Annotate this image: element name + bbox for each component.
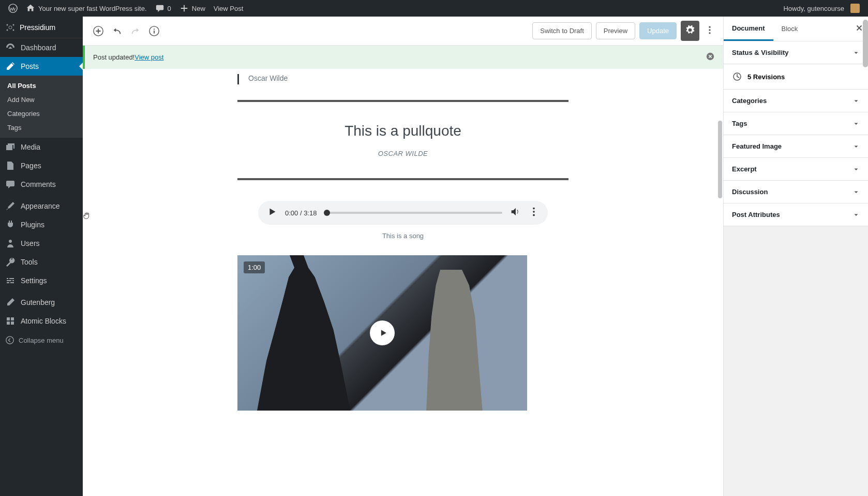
menu-dashboard[interactable]: Dashboard	[0, 38, 83, 57]
svg-point-1	[9, 26, 12, 29]
video-thumbnail	[257, 255, 350, 411]
new-label: New	[192, 5, 205, 12]
switch-to-draft-button[interactable]: Switch to Draft	[532, 22, 592, 39]
settings-button[interactable]	[681, 21, 699, 41]
panel-revisions[interactable]: 5 Revisions	[724, 64, 868, 90]
editor-canvas[interactable]: Oscar Wilde This is a pullquote OSCAR WI…	[83, 69, 723, 496]
panel-excerpt[interactable]: Excerpt	[724, 158, 868, 181]
audio-scrubber[interactable]	[324, 210, 330, 216]
panel-featured-image[interactable]: Featured Image	[724, 135, 868, 158]
svg-point-2	[7, 24, 8, 25]
notice-link[interactable]: View post	[134, 53, 163, 61]
panel-discussion[interactable]: Discussion	[724, 181, 868, 203]
posts-submenu: All Posts Add New Categories Tags	[0, 76, 83, 138]
sub-add-new[interactable]: Add New	[0, 93, 83, 107]
menu-media[interactable]: Media	[0, 138, 83, 156]
video-thumbnail	[418, 270, 491, 411]
audio-caption: This is a song	[237, 232, 568, 240]
svg-point-6	[9, 240, 12, 243]
undo-button[interactable]	[108, 22, 126, 40]
svg-rect-8	[11, 317, 14, 320]
pullquote-text: This is a pullquote	[237, 123, 568, 139]
tab-block[interactable]: Block	[773, 17, 806, 41]
audio-player[interactable]: 0:00 / 3:18	[258, 201, 548, 225]
menu-plugins[interactable]: Plugins	[0, 215, 83, 234]
svg-rect-7	[7, 317, 10, 320]
panel-categories[interactable]: Categories	[724, 90, 868, 112]
svg-point-5	[13, 29, 14, 31]
admin-sidebar: Pressidium Dashboard Posts All Posts Add…	[0, 17, 83, 496]
svg-point-4	[7, 29, 8, 31]
notice-bar: Post updated! View post	[83, 46, 723, 69]
panel-status-visibility[interactable]: Status & Visibility	[724, 41, 868, 64]
svg-point-20	[533, 208, 535, 210]
sub-all-posts[interactable]: All Posts	[0, 79, 83, 93]
panel-tags[interactable]: Tags	[724, 112, 868, 135]
notice-close-button[interactable]	[706, 52, 715, 63]
scrollbar-thumb[interactable]	[718, 121, 722, 198]
editor-toolbar: Switch to Draft Preview Update	[83, 17, 723, 46]
new-link[interactable]: New	[175, 4, 209, 13]
video-play-button[interactable]	[370, 320, 395, 345]
menu-comments[interactable]: Comments	[0, 175, 83, 194]
sub-tags[interactable]: Tags	[0, 121, 83, 135]
svg-point-16	[709, 26, 710, 27]
quote-block[interactable]: Oscar Wilde	[237, 74, 568, 84]
svg-point-17	[709, 29, 710, 31]
svg-rect-9	[7, 322, 10, 325]
svg-point-18	[709, 32, 710, 34]
audio-track[interactable]	[324, 212, 502, 214]
site-link[interactable]: Your new super fast WordPress site.	[22, 4, 151, 13]
menu-posts[interactable]: Posts	[0, 57, 83, 76]
svg-point-3	[13, 24, 14, 25]
info-button[interactable]	[145, 22, 163, 40]
inspector-scrollbar[interactable]	[863, 20, 868, 67]
menu-pages[interactable]: Pages	[0, 156, 83, 175]
quote-cite: Oscar Wilde	[248, 74, 568, 82]
admin-bar: Your new super fast WordPress site. 0 Ne…	[0, 0, 868, 17]
inspector-tabs: Document Block	[724, 17, 868, 41]
comments-count: 0	[168, 5, 171, 12]
inspector: Document Block Status & Visibility 5 Rev…	[723, 17, 868, 496]
svg-point-11	[6, 337, 13, 344]
wp-logo[interactable]	[4, 4, 22, 13]
svg-point-21	[533, 211, 535, 213]
more-options-button[interactable]	[702, 21, 717, 41]
view-post-link[interactable]: View Post	[209, 5, 248, 12]
volume-icon[interactable]	[510, 206, 521, 220]
brand[interactable]: Pressidium	[0, 17, 83, 38]
menu-tools[interactable]: Tools	[0, 253, 83, 271]
editor: Switch to Draft Preview Update Post upda…	[83, 17, 723, 496]
video-block[interactable]: 1:00	[237, 255, 527, 411]
svg-point-22	[533, 214, 535, 216]
audio-more-icon[interactable]	[528, 206, 540, 220]
pullquote-block[interactable]: This is a pullquote OSCAR WILDE	[237, 100, 568, 180]
site-name: Your new super fast WordPress site.	[38, 5, 147, 12]
svg-rect-15	[154, 31, 155, 34]
sub-categories[interactable]: Categories	[0, 107, 83, 121]
audio-time: 0:00 / 3:18	[285, 209, 317, 217]
video-duration-badge: 1:00	[244, 261, 265, 273]
avatar	[850, 4, 860, 13]
svg-rect-10	[11, 322, 14, 325]
pullquote-cite: OSCAR WILDE	[237, 150, 568, 157]
menu-atomic-blocks[interactable]: Atomic Blocks	[0, 312, 83, 330]
comments-link[interactable]: 0	[151, 4, 175, 13]
add-block-button[interactable]	[89, 22, 108, 40]
menu-settings[interactable]: Settings	[0, 271, 83, 290]
update-button[interactable]: Update	[639, 22, 677, 39]
collapse-menu[interactable]: Collapse menu	[0, 330, 83, 350]
svg-point-14	[154, 28, 155, 30]
howdy[interactable]: Howdy, gutencourse	[779, 4, 864, 13]
tab-document[interactable]: Document	[724, 17, 773, 41]
grab-cursor-icon	[83, 211, 92, 221]
redo-button[interactable]	[126, 22, 145, 40]
play-icon[interactable]	[266, 206, 278, 220]
preview-button[interactable]: Preview	[596, 22, 635, 39]
panel-post-attributes[interactable]: Post Attributes	[724, 203, 868, 226]
menu-appearance[interactable]: Appearance	[0, 197, 83, 215]
menu-users[interactable]: Users	[0, 234, 83, 253]
menu-gutenberg[interactable]: Gutenberg	[0, 293, 83, 312]
notice-text: Post updated!	[93, 53, 134, 61]
